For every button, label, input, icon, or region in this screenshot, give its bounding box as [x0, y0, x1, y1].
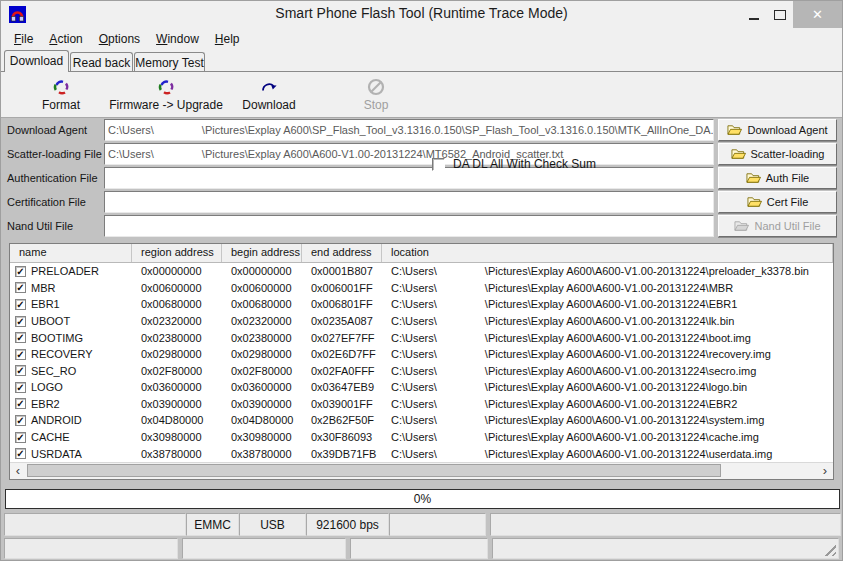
table-row[interactable]: ✓EBR10x006800000x006800000x006801FFC:\Us…: [10, 296, 833, 313]
cell-end-address: 0x02FA0FFF: [302, 365, 382, 377]
menu-item-action[interactable]: Action: [41, 30, 90, 48]
table-row[interactable]: ✓UBOOT0x023200000x023200000x0235A087C:\U…: [10, 313, 833, 330]
app-window: Smart Phone Flash Tool (Runtime Trace Mo…: [0, 0, 843, 561]
cell-begin-address: 0x02980000: [222, 348, 302, 360]
cell-region-address: 0x03900000: [132, 398, 222, 410]
path-prefix: C:\Users\: [108, 148, 154, 160]
row-checkbox[interactable]: ✓: [15, 365, 26, 376]
open-folder-icon: [731, 148, 746, 160]
cell-end-address: 0x0001B807: [302, 265, 382, 277]
path-rest: \Pictures\Explay A600\A600-V1.00-2013122…: [485, 348, 771, 360]
column-header-begin-address[interactable]: begin address: [222, 244, 302, 262]
field-input-nand-util-file[interactable]: [104, 215, 714, 237]
cell-end-address: 0x0235A087: [302, 315, 382, 327]
cell-location: C:\Users\\Pictures\Explay A600\A600-V1.0…: [382, 315, 833, 327]
path-rest: \Pictures\Explay A600\A600-V1.00-2013122…: [485, 315, 735, 327]
da-dl-checksum-checkbox[interactable]: [432, 158, 445, 171]
field-input-scatter-loading[interactable]: C:\Users\\Pictures\Explay A600\A600-V1.0…: [104, 143, 714, 165]
download-button[interactable]: Download: [229, 77, 309, 112]
firmware-sync-icon: [156, 77, 176, 97]
table-row[interactable]: ✓EBR20x039000000x039000000x039001FFC:\Us…: [10, 396, 833, 413]
field-button-label: Scatter-loading: [751, 148, 825, 160]
partition-name: CACHE: [31, 431, 70, 443]
field-label: Nand Util File: [7, 220, 73, 232]
resize-grip[interactable]: [822, 542, 836, 556]
row-checkbox[interactable]: ✓: [15, 448, 26, 459]
menu-item-options[interactable]: Options: [91, 30, 148, 48]
table-row[interactable]: ✓RECOVERY0x029800000x029800000x02E6D7FFC…: [10, 346, 833, 363]
download-agent-button[interactable]: Download Agent: [718, 119, 837, 141]
row-checkbox[interactable]: ✓: [15, 266, 26, 277]
table-row[interactable]: ✓SEC_RO0x02F800000x02F800000x02FA0FFFC:\…: [10, 362, 833, 379]
username-redacted-gap: [437, 332, 485, 344]
partition-name: USRDATA: [31, 448, 82, 460]
menu-item-help[interactable]: Help: [207, 30, 248, 48]
partition-name: PRELOADER: [31, 265, 99, 277]
partition-name: BOOTIMG: [31, 332, 83, 344]
table-row[interactable]: ✓ANDROID0x04D800000x04D800000x2B62F50FC:…: [10, 412, 833, 429]
close-button[interactable]: ✕: [793, 1, 842, 28]
row-checkbox[interactable]: ✓: [15, 398, 26, 409]
row-checkbox[interactable]: ✓: [15, 332, 26, 343]
row-checkbox[interactable]: ✓: [15, 415, 26, 426]
table-row[interactable]: ✓LOGO0x036000000x036000000x03647EB9C:\Us…: [10, 379, 833, 396]
firmware-upgrade-button[interactable]: Firmware -> Upgrade: [106, 77, 226, 112]
maximize-button[interactable]: [769, 1, 791, 28]
column-header-location[interactable]: location: [382, 244, 833, 262]
username-redacted-gap: [437, 398, 485, 410]
minimize-button[interactable]: [743, 1, 765, 28]
path-prefix: C:\Users\: [391, 265, 437, 277]
path-prefix: C:\Users\: [108, 124, 154, 136]
cell-region-address: 0x02980000: [132, 348, 222, 360]
horizontal-scrollbar[interactable]: ‹ ›: [10, 462, 833, 479]
partition-name: MBR: [31, 282, 55, 294]
field-input-cert-file[interactable]: [104, 191, 714, 213]
table-row[interactable]: ✓BOOTIMG0x023800000x023800000x027EF7FFC:…: [10, 329, 833, 346]
title-bar: Smart Phone Flash Tool (Runtime Trace Mo…: [1, 1, 842, 29]
username-redacted-gap: [437, 315, 485, 327]
field-input-download-agent[interactable]: C:\Users\\Pictures\Explay A600\SP_Flash_…: [104, 119, 714, 141]
table-row[interactable]: ✓USRDATA0x387800000x387800000x39DB71FBC:…: [10, 445, 833, 462]
cell-region-address: 0x03600000: [132, 381, 222, 393]
format-button[interactable]: Format: [21, 77, 101, 112]
field-input-auth-file[interactable]: [104, 167, 714, 189]
scroll-left-button[interactable]: ‹: [10, 463, 26, 479]
client-area: Download AgentC:\Users\\Pictures\Explay …: [1, 117, 842, 561]
username-redacted-gap: [437, 431, 485, 443]
cell-begin-address: 0x03600000: [222, 381, 302, 393]
cell-region-address: 0x00680000: [132, 298, 222, 310]
menu-item-file[interactable]: File: [6, 30, 41, 48]
column-header-end-address[interactable]: end address: [302, 244, 382, 262]
username-redacted-gap: [437, 448, 485, 460]
cell-location: C:\Users\\Pictures\Explay A600\A600-V1.0…: [382, 414, 833, 426]
row-checkbox[interactable]: ✓: [15, 349, 26, 360]
column-header-name[interactable]: name: [10, 244, 132, 262]
cell-name: ✓PRELOADER: [10, 265, 132, 277]
status-cell: [4, 538, 178, 559]
row-checkbox[interactable]: ✓: [15, 299, 26, 310]
field-row: Nand Util FileNand Util File: [1, 215, 842, 237]
table-row[interactable]: ✓CACHE0x309800000x309800000x30F86093C:\U…: [10, 429, 833, 446]
row-checkbox[interactable]: ✓: [15, 432, 26, 443]
tab-memory-test[interactable]: Memory Test: [134, 52, 205, 71]
cell-location: C:\Users\\Pictures\Explay A600\A600-V1.0…: [382, 431, 833, 443]
scroll-thumb[interactable]: [27, 464, 721, 477]
column-header-region-address[interactable]: region address: [132, 244, 222, 262]
menu-item-window[interactable]: Window: [148, 30, 207, 48]
status-bar-bottom: [1, 538, 842, 559]
row-checkbox[interactable]: ✓: [15, 282, 26, 293]
cell-region-address: 0x38780000: [132, 448, 222, 460]
username-redacted-gap: [437, 414, 485, 426]
table-row[interactable]: ✓PRELOADER0x000000000x000000000x0001B807…: [10, 263, 833, 280]
tab-download[interactable]: Download: [4, 50, 69, 72]
field-row: Certification FileCert File: [1, 191, 842, 213]
tab-read-back[interactable]: Read back: [70, 52, 133, 71]
row-checkbox[interactable]: ✓: [15, 382, 26, 393]
scatter-loading-button[interactable]: Scatter-loading: [718, 143, 837, 165]
row-checkbox[interactable]: ✓: [15, 316, 26, 327]
scroll-right-button[interactable]: ›: [817, 463, 833, 479]
auth-file-button[interactable]: Auth File: [718, 167, 837, 189]
table-row[interactable]: ✓MBR0x006000000x006000000x006001FFC:\Use…: [10, 280, 833, 297]
cert-file-button[interactable]: Cert File: [718, 191, 837, 213]
path-rest: \Pictures\Explay A600\A600-V1.00-2013122…: [485, 448, 772, 460]
